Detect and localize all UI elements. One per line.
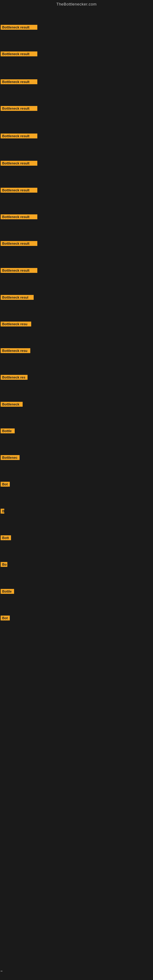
bottleneck-bar: Bottleneck result: [1, 241, 37, 246]
bottleneck-bar-row: Bottleneck result: [1, 268, 37, 273]
bottleneck-bar: Bottleneck res: [1, 375, 27, 380]
bottleneck-bar: Bottleneck: [1, 402, 22, 407]
bottleneck-bar: Bot: [1, 616, 10, 620]
bottleneck-bar-row: Bottleneck resu: [1, 348, 30, 353]
bottleneck-bar: Bo: [1, 562, 7, 567]
bottleneck-bar-row: B: [1, 509, 4, 514]
bottleneck-bar-row: Bot: [1, 482, 10, 487]
bottleneck-bar-row: Bottleneck result: [1, 188, 37, 192]
bottleneck-bar: Bottleneck result: [1, 215, 37, 219]
bottleneck-bar-row: Bottleneck: [1, 402, 22, 407]
bottleneck-bar-row: Bott: [1, 535, 11, 540]
bottleneck-bar: Bottleneck result: [1, 51, 37, 56]
bottleneck-bar: Bottleneck resu: [1, 321, 31, 326]
bottom-tick: [1, 971, 2, 971]
bottleneck-bar: Bottle: [1, 428, 15, 433]
bottleneck-bar-row: Bottleneck resul: [1, 295, 33, 300]
bottleneck-bar: Bottleneck result: [1, 161, 37, 166]
bottleneck-bar-row: Bottleneck result: [1, 215, 37, 219]
bottleneck-bar-row: Bottleneck result: [1, 51, 37, 56]
bottleneck-bar: Bottleneck result: [1, 134, 37, 138]
bottleneck-bar-row: Bottleneck result: [1, 106, 37, 111]
bottleneck-bar: Bottleneck resul: [1, 295, 33, 300]
bottleneck-bar-row: Bo: [1, 562, 7, 567]
bottleneck-bar: Bottleneck result: [1, 79, 37, 84]
bottleneck-bar: Bottleneck resu: [1, 348, 30, 353]
bottleneck-bar-row: Bottleneck result: [1, 241, 37, 246]
bottleneck-bar: Bot: [1, 482, 10, 487]
bottleneck-bar: Bottlenec: [1, 455, 19, 460]
bottleneck-bar-row: Bottleneck result: [1, 79, 37, 84]
bottleneck-bar-row: Bottleneck result: [1, 161, 37, 166]
bottleneck-bar: Bott: [1, 535, 11, 540]
bottleneck-bar: Bottle: [1, 589, 14, 594]
bottleneck-bar: Bottleneck result: [1, 25, 37, 30]
bottleneck-bar-row: Bottle: [1, 589, 14, 594]
bottleneck-bar: Bottleneck result: [1, 188, 37, 192]
bottleneck-bar: Bottleneck result: [1, 268, 37, 273]
bottleneck-bar-row: Bot: [1, 616, 10, 620]
site-title: TheBottlenecker.com: [0, 0, 153, 8]
bottleneck-bar-row: Bottleneck result: [1, 25, 37, 30]
bottleneck-bar-row: Bottle: [1, 428, 15, 433]
bottleneck-bar-row: Bottleneck res: [1, 375, 27, 380]
bottleneck-bar: Bottleneck result: [1, 106, 37, 111]
bottleneck-bar: B: [1, 509, 4, 514]
bottleneck-bar-row: Bottleneck result: [1, 134, 37, 138]
bottleneck-bar-row: Bottlenec: [1, 455, 19, 460]
bottleneck-bar-row: Bottleneck resu: [1, 321, 31, 326]
